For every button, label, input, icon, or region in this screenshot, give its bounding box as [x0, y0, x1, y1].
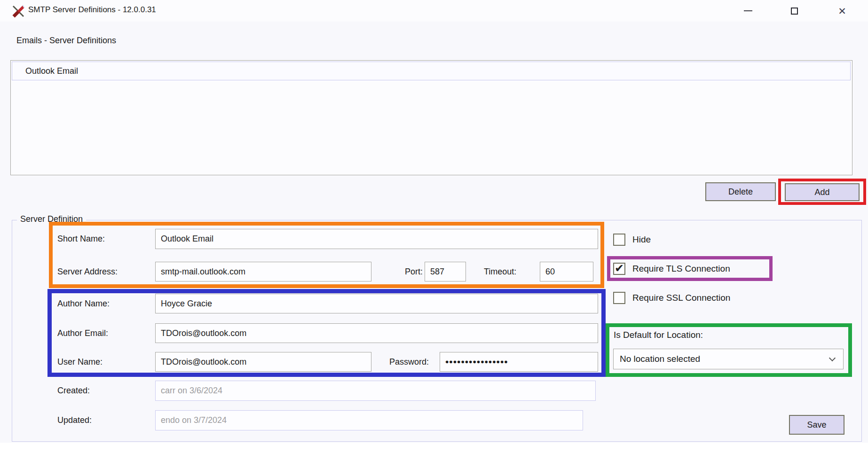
maximize-icon: [791, 8, 798, 15]
minimize-button[interactable]: [737, 2, 759, 20]
server-address-input[interactable]: [155, 262, 371, 281]
require-tls-checkbox-label: Require TLS Connection: [632, 263, 730, 275]
timeout-label: Timeout:: [484, 262, 516, 281]
password-input[interactable]: [440, 352, 598, 372]
app-icon: [11, 4, 25, 18]
require-ssl-checkbox[interactable]: [613, 292, 625, 304]
updated-label: Updated:: [57, 410, 92, 430]
server-definition-group-label: Server Definition: [17, 214, 86, 224]
window-title: SMTP Server Definitions - 12.0.0.31: [28, 5, 156, 15]
author-email-input[interactable]: [155, 323, 598, 343]
title-bar: SMTP Server Definitions - 12.0.0.31 ✕: [0, 0, 868, 22]
delete-button[interactable]: Delete: [705, 182, 776, 201]
port-input[interactable]: [425, 262, 466, 281]
emails-section-label: Emails - Server Definitions: [16, 36, 116, 46]
check-mark-icon: ✔: [615, 263, 624, 274]
require-ssl-checkbox-label: Require SSL Connection: [632, 292, 730, 304]
short-name-label: Short Name:: [57, 229, 105, 249]
maximize-button[interactable]: [783, 2, 805, 20]
password-label: Password:: [389, 352, 429, 372]
user-name-label: User Name:: [57, 352, 103, 372]
smtp-server-definitions-window: SMTP Server Definitions - 12.0.0.31 ✕ Em…: [0, 0, 868, 443]
port-label: Port:: [405, 262, 423, 281]
server-definitions-listbox[interactable]: Outlook Email: [10, 60, 852, 175]
short-name-input[interactable]: [155, 229, 598, 249]
created-field: [155, 381, 596, 401]
minimize-icon: [744, 10, 752, 11]
location-dropdown-value: No location selected: [614, 354, 830, 364]
is-default-location-label: Is Default for Location:: [614, 330, 703, 340]
created-label: Created:: [57, 381, 90, 401]
server-address-label: Server Address:: [57, 262, 118, 281]
hide-checkbox[interactable]: [613, 234, 625, 246]
author-name-label: Author Name:: [57, 294, 110, 313]
save-button[interactable]: Save: [789, 415, 844, 435]
author-name-input[interactable]: [155, 294, 598, 313]
user-name-input[interactable]: [155, 352, 371, 372]
author-email-label: Author Email:: [57, 323, 108, 343]
add-button[interactable]: Add: [785, 183, 860, 201]
close-icon: ✕: [838, 6, 846, 16]
timeout-input[interactable]: [540, 262, 593, 281]
hide-checkbox-label: Hide: [632, 234, 651, 246]
location-dropdown[interactable]: No location selected: [613, 349, 844, 369]
updated-field: [155, 410, 583, 430]
require-tls-checkbox[interactable]: ✔: [613, 263, 625, 275]
list-item-outlook-email[interactable]: Outlook Email: [12, 62, 851, 80]
close-button[interactable]: ✕: [831, 2, 853, 20]
chevron-down-icon: [829, 355, 836, 361]
